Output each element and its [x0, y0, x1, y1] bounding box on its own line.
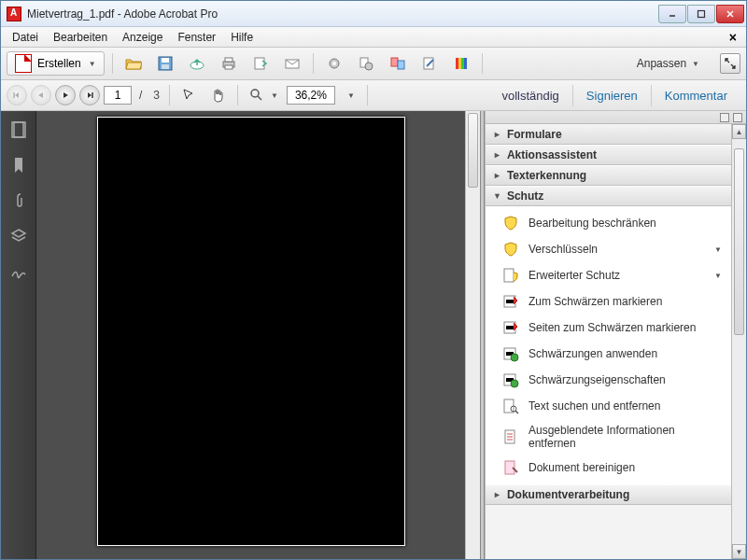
svg-rect-34 — [506, 326, 514, 329]
section-label: Formulare — [507, 128, 562, 141]
titlebar[interactable]: Mietvertrag_1.pdf - Adobe Acrobat Pro — [1, 1, 746, 27]
cloud-icon — [189, 55, 205, 72]
tool-item-label: Ausgeblendete Informationen entfernen — [529, 424, 722, 450]
zoom-dropdown[interactable]: ▼ — [339, 84, 361, 106]
tool-icon — [358, 55, 374, 72]
svg-rect-11 — [255, 58, 264, 69]
section-header-texterkennung[interactable]: ►Texterkennung — [486, 165, 731, 186]
chevron-down-icon: ▼ — [692, 60, 699, 68]
redact-red-icon — [502, 319, 519, 336]
first-page-button[interactable] — [7, 85, 27, 105]
page-separator: / — [135, 89, 146, 102]
tool-item-text-suchen-und-entfernen[interactable]: Text suchen und entfernen — [486, 393, 731, 419]
chevron-down-icon: ▼ — [714, 245, 722, 254]
nav-toolbar: 1 / 3 ▼ 36,2% ▼ vollständig Signieren Ko… — [1, 80, 746, 111]
svg-rect-5 — [162, 58, 169, 63]
combine-icon — [389, 55, 406, 72]
folder-icon — [125, 55, 142, 72]
svg-rect-30 — [504, 269, 514, 282]
document-viewport[interactable] — [36, 111, 465, 559]
open-button[interactable] — [120, 52, 147, 75]
share-button[interactable] — [247, 52, 274, 75]
tab-signieren[interactable]: Signieren — [572, 85, 652, 106]
section-header-schutz[interactable]: ▼Schutz — [486, 186, 731, 206]
zoom-input[interactable]: 36,2% — [287, 86, 335, 105]
attachments-icon[interactable] — [9, 191, 28, 210]
cursor-icon — [180, 87, 197, 104]
layers-icon[interactable] — [9, 227, 28, 245]
signatures-icon[interactable] — [9, 262, 28, 281]
menu-bearbeiten[interactable]: Bearbeiten — [48, 29, 113, 46]
scrollbar-thumb[interactable] — [468, 113, 478, 188]
tool-item-erweiterter-schutz[interactable]: Erweiterter Schutz▼ — [486, 262, 731, 288]
print-button[interactable] — [216, 52, 242, 75]
next-page-button[interactable] — [55, 85, 76, 105]
create-label: Erstellen — [37, 57, 81, 70]
tab-kommentar[interactable]: Kommentar — [652, 85, 740, 106]
tool-item-dokument-bereinigen[interactable]: Dokument bereinigen — [486, 455, 731, 481]
document-scrollbar[interactable] — [465, 111, 480, 559]
tool-item-zum-schw-rzen-markieren[interactable]: Zum Schwärzen markieren — [486, 288, 731, 315]
svg-rect-9 — [225, 58, 233, 62]
fullscreen-button[interactable] — [720, 53, 740, 74]
email-button[interactable] — [279, 52, 305, 75]
color-button[interactable] — [448, 52, 474, 75]
tab-vollstaendig[interactable]: vollständig — [488, 85, 571, 106]
scrollbar-thumb[interactable] — [734, 148, 744, 335]
thumbnails-icon[interactable] — [9, 120, 28, 139]
scroll-up-button[interactable]: ▲ — [732, 124, 746, 139]
svg-line-43 — [515, 411, 518, 413]
scroll-down-button[interactable]: ▼ — [732, 544, 746, 559]
settings-button[interactable] — [321, 52, 347, 75]
page-input[interactable]: 1 — [104, 86, 132, 105]
tools-scrollbar[interactable]: ▲ ▼ — [731, 124, 746, 559]
edit-button[interactable] — [416, 52, 443, 75]
svg-rect-17 — [391, 58, 398, 66]
menu-fenster[interactable]: Fenster — [172, 29, 221, 46]
section-header-aktionsassistent[interactable]: ►Aktionsassistent — [486, 145, 731, 165]
svg-rect-10 — [225, 65, 233, 69]
section-header-formulare[interactable]: ►Formulare — [486, 124, 731, 145]
tool-item-verschl-sseln[interactable]: Verschlüsseln▼ — [486, 236, 731, 262]
zoom-tool-button[interactable]: ▼ — [244, 84, 283, 106]
menubar-close-icon[interactable]: × — [726, 30, 740, 45]
tool-item-label: Seiten zum Schwärzen markieren — [529, 321, 696, 334]
app-icon — [7, 7, 21, 21]
tool-item-ausgeblendete-informationen-entfernen[interactable]: Ausgeblendete Informationen entfernen — [486, 419, 731, 455]
tool-item-label: Text suchen und entfernen — [529, 399, 660, 413]
tool-item-label: Bearbeitung beschränken — [529, 217, 656, 230]
menu-datei[interactable]: Datei — [7, 29, 44, 46]
menu-hilfe[interactable]: Hilfe — [225, 29, 259, 46]
pane-collapse-icon[interactable] — [733, 113, 742, 122]
last-page-button[interactable] — [79, 85, 100, 105]
scroll-track[interactable] — [732, 139, 746, 544]
chevron-down-icon: ▼ — [89, 60, 96, 68]
tools-pane-body: ►Formulare►Aktionsassistent►Texterkennun… — [486, 124, 746, 559]
menu-anzeige[interactable]: Anzeige — [117, 29, 168, 46]
minimize-button[interactable] — [658, 5, 686, 23]
tool-item-schw-rzungseigenschaften[interactable]: Schwärzungseigenschaften — [486, 367, 731, 393]
tool-item-bearbeitung-beschr-nken[interactable]: Bearbeitung beschränken — [486, 210, 731, 236]
prev-page-button[interactable] — [31, 85, 51, 105]
select-tool-button[interactable] — [176, 84, 202, 106]
pane-options-icon[interactable] — [720, 113, 729, 122]
export-button[interactable] — [353, 52, 379, 75]
create-button[interactable]: Erstellen ▼ — [7, 51, 105, 76]
separator — [169, 85, 170, 105]
combine-button[interactable] — [385, 52, 411, 75]
section-header-dokumentverarbeitung[interactable]: ►Dokumentverarbeitung — [486, 484, 731, 505]
close-button[interactable] — [716, 5, 744, 23]
save-button[interactable] — [152, 52, 178, 75]
cloud-button[interactable] — [184, 52, 210, 75]
tool-item-label: Zum Schwärzen markieren — [529, 295, 662, 308]
hand-tool-button[interactable] — [205, 84, 232, 106]
left-nav-strip — [1, 111, 36, 559]
bookmarks-icon[interactable] — [9, 156, 28, 175]
maximize-button[interactable] — [687, 5, 715, 23]
svg-point-26 — [251, 90, 259, 97]
tool-item-seiten-zum-schw-rzen-markieren[interactable]: Seiten zum Schwärzen markieren — [486, 315, 731, 341]
svg-line-27 — [258, 96, 261, 100]
separator — [313, 53, 314, 74]
customize-button[interactable]: Anpassen ▼ — [629, 55, 707, 72]
tool-item-schw-rzungen-anwenden[interactable]: Schwärzungen anwenden — [486, 341, 731, 367]
